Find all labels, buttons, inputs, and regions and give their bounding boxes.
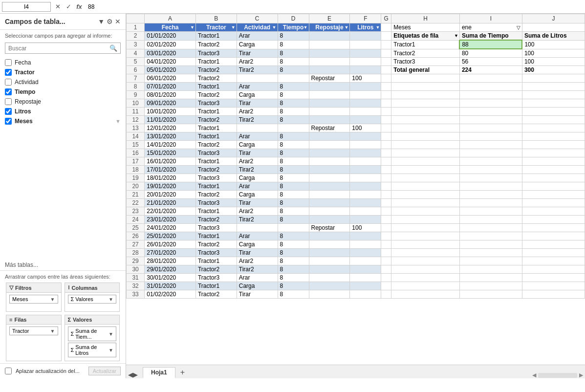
cell-r23-c1[interactable]: Tractor1 [195, 207, 237, 216]
cell-r19-c3[interactable]: 8 [278, 174, 309, 182]
pivot-row-filter-icon[interactable]: ▼ [454, 33, 458, 38]
cell-r9-c0[interactable]: 08/01/2020 [145, 91, 196, 99]
cell-r29-c0[interactable]: 28/01/2020 [145, 257, 196, 265]
cell-r11-c2[interactable]: Arar2 [237, 108, 278, 116]
cell-r29-c5[interactable] [350, 257, 381, 265]
cell-r21-c2[interactable]: Carga [237, 191, 278, 199]
cell-r2-c5[interactable] [350, 32, 381, 41]
cell-r26-c3[interactable]: 8 [278, 232, 309, 240]
cell-r16-c2[interactable]: Tirar [237, 149, 278, 157]
cell-r13-c3[interactable] [278, 124, 309, 132]
cell-r26-c4[interactable] [309, 232, 350, 240]
cell-r5-c0[interactable]: 04/01/2020 [145, 58, 196, 66]
cell-r14-c0[interactable]: 13/01/2020 [145, 132, 196, 141]
cell-r9-c4[interactable] [309, 91, 350, 99]
cell-r6-c2[interactable]: Tirar2 [237, 66, 278, 74]
cell-r11-c4[interactable] [309, 108, 350, 116]
cell-r2-c3[interactable]: 8 [278, 32, 309, 41]
cell-r21-c3[interactable]: 8 [278, 191, 309, 199]
field-checkbox-tiempo[interactable] [5, 88, 12, 95]
field-checkbox-repostaje[interactable] [5, 98, 12, 105]
cell-r27-c2[interactable]: Carga [237, 240, 278, 249]
data-header-actividad[interactable]: Actividad▼ [237, 23, 278, 32]
cell-r25-c2[interactable] [237, 224, 278, 232]
cell-r33-c5[interactable] [350, 290, 381, 299]
cell-r3-c2[interactable]: Carga [237, 40, 278, 49]
cell-r16-c1[interactable]: Tractor3 [195, 149, 237, 157]
cell-r28-c2[interactable]: Tirar [237, 249, 278, 257]
cell-r15-c5[interactable] [350, 141, 381, 149]
cell-r19-c1[interactable]: Tractor3 [195, 174, 237, 182]
cell-r3-c4[interactable] [309, 40, 350, 49]
cell-r4-c3[interactable]: 8 [278, 49, 309, 58]
cell-r19-c2[interactable]: Carga [237, 174, 278, 182]
cell-r29-c3[interactable]: 8 [278, 257, 309, 265]
scroll-body[interactable]: ABCDEFGHIJ1Fecha▼Tractor▼Actividad▼Tiemp… [126, 14, 585, 365]
confirm-formula-button[interactable]: ✓ [64, 2, 73, 12]
cell-r10-c1[interactable]: Tractor3 [195, 99, 237, 108]
cell-r21-c0[interactable]: 20/01/2020 [145, 191, 196, 199]
cell-r3-c3[interactable]: 8 [278, 40, 309, 49]
cell-r31-c5[interactable] [350, 274, 381, 282]
cell-r4-c4[interactable] [309, 49, 350, 58]
cell-r12-c3[interactable]: 8 [278, 116, 309, 124]
cell-r33-c4[interactable] [309, 290, 350, 299]
pivot-row-label-Tractor2[interactable]: Tractor2 [391, 49, 460, 58]
cell-r2-c4[interactable] [309, 32, 350, 41]
cell-r18-c3[interactable]: 8 [278, 166, 309, 174]
cell-r22-c3[interactable]: 8 [278, 199, 309, 207]
cell-r2-c1[interactable]: Tractor1 [195, 32, 237, 41]
cell-r18-c4[interactable] [309, 166, 350, 174]
cell-r30-c3[interactable]: 8 [278, 265, 309, 274]
cell-r23-c3[interactable]: 8 [278, 207, 309, 216]
field-checkbox-litros[interactable] [5, 108, 12, 115]
cell-r14-c1[interactable]: Tractor1 [195, 132, 237, 141]
cell-r17-c0[interactable]: 16/01/2020 [145, 157, 196, 166]
cell-r30-c2[interactable]: Tirar2 [237, 265, 278, 274]
cell-r20-c4[interactable] [309, 182, 350, 191]
cell-r4-c2[interactable]: Tirar [237, 49, 278, 58]
panel-close-icon[interactable]: ✕ [115, 18, 121, 25]
pivot-cell-tiempo-Tractor3[interactable]: 56 [459, 58, 522, 66]
cell-r8-c1[interactable]: Tractor1 [195, 83, 237, 91]
cell-r27-c5[interactable] [350, 240, 381, 249]
cell-r9-c1[interactable]: Tractor2 [195, 91, 237, 99]
field-checkbox-fecha[interactable] [5, 59, 12, 66]
data-header-repostaje[interactable]: Repostaje▼ [309, 23, 350, 32]
cell-r31-c0[interactable]: 30/01/2020 [145, 274, 196, 282]
cell-r3-c5[interactable] [350, 40, 381, 49]
cell-r9-c3[interactable]: 8 [278, 91, 309, 99]
cell-r6-c0[interactable]: 05/01/2020 [145, 66, 196, 74]
cell-r11-c3[interactable]: 8 [278, 108, 309, 116]
pivot-filter-icon[interactable]: ▽ [517, 25, 520, 30]
sheet-tab-hoja1[interactable]: Hoja1 [143, 367, 175, 378]
cell-r31-c1[interactable]: Tractor3 [195, 274, 237, 282]
cell-r2-c2[interactable]: Arar [237, 32, 278, 41]
cell-r23-c5[interactable] [350, 207, 381, 216]
pivot-cell-litros-Tractor2[interactable]: 100 [522, 49, 585, 58]
cell-r22-c1[interactable]: Tractor3 [195, 199, 237, 207]
cell-r4-c5[interactable] [350, 49, 381, 58]
cell-r12-c1[interactable]: Tractor2 [195, 116, 237, 124]
cell-r31-c2[interactable]: Arar [237, 274, 278, 282]
cell-r24-c1[interactable]: Tractor2 [195, 216, 237, 224]
cell-r10-c3[interactable]: 8 [278, 99, 309, 108]
cell-r15-c1[interactable]: Tractor2 [195, 141, 237, 149]
cell-r24-c3[interactable]: 8 [278, 216, 309, 224]
cell-r14-c3[interactable]: 8 [278, 132, 309, 141]
panel-dropdown-icon[interactable]: ▼ [98, 18, 105, 25]
cell-r18-c0[interactable]: 17/01/2020 [145, 166, 196, 174]
cell-r5-c5[interactable] [350, 58, 381, 66]
cell-r27-c0[interactable]: 26/01/2020 [145, 240, 196, 249]
cell-r7-c3[interactable] [278, 74, 309, 83]
cell-r15-c3[interactable]: 8 [278, 141, 309, 149]
cell-r28-c1[interactable]: Tractor3 [195, 249, 237, 257]
cell-r4-c0[interactable]: 03/01/2020 [145, 49, 196, 58]
cell-r27-c4[interactable] [309, 240, 350, 249]
pivot-row-label-Tractor1[interactable]: Tractor1 [391, 40, 460, 49]
cell-r17-c4[interactable] [309, 157, 350, 166]
cell-r6-c5[interactable] [350, 66, 381, 74]
cell-r27-c1[interactable]: Tractor2 [195, 240, 237, 249]
cell-r7-c2[interactable] [237, 74, 278, 83]
cell-r12-c5[interactable] [350, 116, 381, 124]
